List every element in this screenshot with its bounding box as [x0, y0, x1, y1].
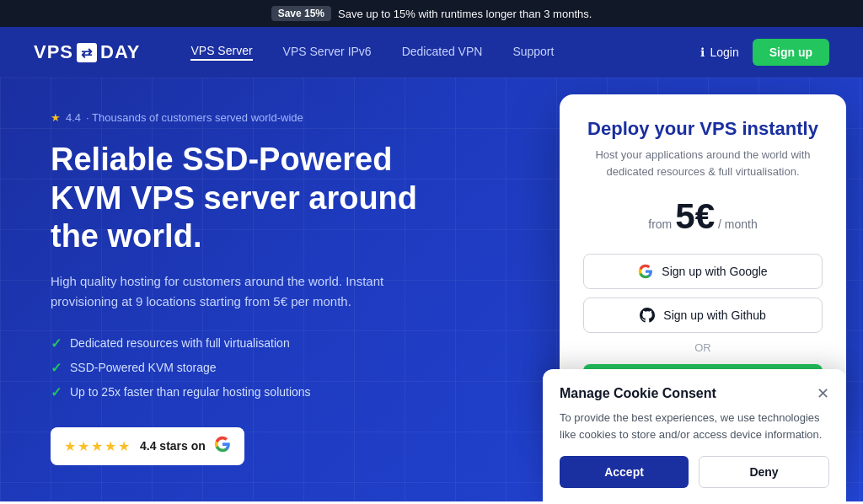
nav-item-vps-server-ipv6[interactable]: VPS Server IPv6: [283, 45, 372, 60]
feature-item-3: ✓ Up to 25x faster than regular hosting …: [51, 384, 526, 400]
feature-label-2: SSD-Powered KVM storage: [70, 361, 217, 374]
hero-title: Reliable SSD-Powered KVM VPS server arou…: [51, 141, 455, 256]
nav-item-vps-server[interactable]: VPS Server: [190, 44, 252, 61]
github-icon-btn: [640, 308, 655, 323]
or-divider: OR: [583, 341, 823, 354]
announcement-tag: Save 15%: [271, 6, 331, 21]
logo-box: ⇄: [77, 43, 97, 62]
main-nav: VPS Server VPS Server IPv6 Dedicated VPN…: [190, 44, 700, 61]
header: VPS ⇄ DAY VPS Server VPS Server IPv6 Ded…: [0, 27, 863, 78]
card-subtitle: Host your applications around the world …: [583, 147, 823, 180]
star-icon: ★: [51, 111, 61, 124]
github-signup-label: Sign up with Github: [663, 308, 765, 322]
cookie-title: Manage Cookie Consent: [560, 386, 716, 401]
check-icon-1: ✓: [51, 335, 62, 351]
google-logo: [214, 436, 231, 457]
cookie-actions: Accept Deny: [560, 456, 829, 488]
cookie-accept-button[interactable]: Accept: [560, 456, 689, 488]
logo[interactable]: VPS ⇄ DAY: [34, 41, 140, 63]
cookie-header: Manage Cookie Consent ✕: [560, 386, 829, 401]
cookie-consent-popup: Manage Cookie Consent ✕ To provide the b…: [543, 369, 846, 501]
hero-rating: ★ 4.4 · Thousands of customers served wo…: [51, 111, 526, 124]
google-rating-badge: ★★★★★ 4.4 stars on: [51, 427, 244, 465]
features-list: ✓ Dedicated resources with full virtuali…: [51, 335, 526, 400]
nav-actions: ℹ Login Sign up: [700, 39, 829, 66]
github-signup-button[interactable]: Sign up with Github: [583, 298, 823, 333]
rating-label: 4.4 stars on: [140, 439, 206, 453]
hero-subtitle: High quality hosting for customers aroun…: [51, 271, 413, 312]
check-icon-2: ✓: [51, 360, 62, 376]
rating-stars: ★★★★★: [64, 438, 131, 454]
signup-button[interactable]: Sign up: [753, 39, 829, 66]
main-content: ★ 4.4 · Thousands of customers served wo…: [0, 78, 863, 501]
google-signup-label: Sign up with Google: [662, 265, 767, 278]
price-from: from: [648, 217, 672, 231]
rating-description: · Thousands of customers served world-wi…: [86, 111, 303, 124]
check-icon-3: ✓: [51, 384, 62, 400]
google-signup-button[interactable]: Sign up with Google: [583, 254, 823, 289]
cookie-deny-button[interactable]: Deny: [699, 456, 829, 488]
feature-item-2: ✓ SSD-Powered KVM storage: [51, 360, 526, 376]
rating-value: 4.4: [66, 111, 81, 124]
cookie-close-button[interactable]: ✕: [817, 386, 829, 401]
cookie-text: To provide the best experiences, we use …: [560, 410, 829, 442]
feature-item-1: ✓ Dedicated resources with full virtuali…: [51, 335, 526, 351]
left-panel: ★ 4.4 · Thousands of customers served wo…: [0, 78, 560, 501]
login-button[interactable]: ℹ Login: [700, 46, 738, 59]
info-icon: ℹ: [700, 46, 705, 59]
nav-item-dedicated-vpn[interactable]: Dedicated VPN: [402, 45, 483, 60]
google-icon: [214, 436, 231, 453]
price-amount: 5€: [675, 196, 715, 237]
card-title: Deploy your VPS instantly: [583, 118, 823, 140]
announcement-bar: Save 15% Save up to 15% with runtimes lo…: [0, 0, 863, 27]
feature-label-3: Up to 25x faster than regular hosting so…: [70, 385, 311, 399]
feature-label-1: Dedicated resources with full virtualisa…: [70, 336, 290, 350]
logo-day: DAY: [100, 41, 140, 63]
price-period: / month: [718, 217, 758, 231]
logo-vps: VPS: [34, 41, 73, 63]
nav-item-support[interactable]: Support: [512, 45, 554, 60]
google-icon-btn: [638, 264, 653, 279]
announcement-message: Save up to 15% with runtimes longer than…: [338, 8, 592, 20]
price-row: from 5€ / month: [583, 196, 823, 237]
